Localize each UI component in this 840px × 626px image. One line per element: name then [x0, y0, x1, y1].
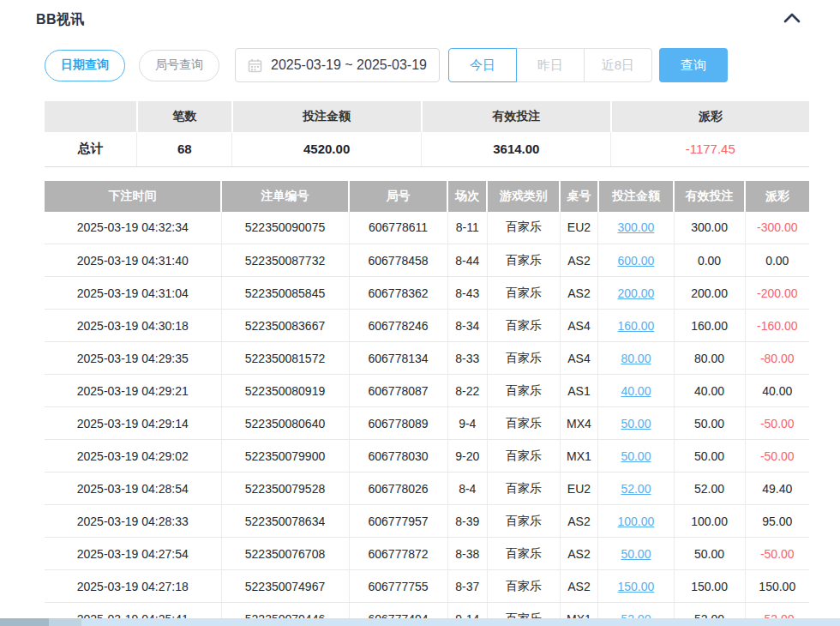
summary-header-payout: 派彩 [611, 101, 809, 132]
round-no-cell: 606778134 [349, 342, 447, 375]
order-no-cell: 522350074967 [221, 570, 349, 603]
bet-amount-link[interactable]: 50.00 [621, 449, 651, 463]
bet-time-cell: 2025-03-19 04:27:18 [45, 570, 221, 603]
round-no-cell: 606778089 [349, 407, 447, 440]
bet-amount-link[interactable]: 100.00 [618, 515, 655, 528]
panel-header: BB视讯 [0, 0, 840, 29]
session-cell: 8-34 [447, 310, 487, 342]
round-no-cell: 606777957 [349, 505, 447, 538]
table-row: 2025-03-19 04:29:21 522350080919 6067780… [45, 375, 809, 407]
game-type-cell: 百家乐 [487, 570, 560, 603]
game-type-cell: 百家乐 [487, 505, 560, 538]
game-type-cell: 百家乐 [487, 342, 560, 375]
horizontal-scrollbar[interactable] [0, 618, 840, 626]
table-no-cell: AS2 [560, 277, 598, 310]
bet-amount-cell: 600.00 [598, 244, 674, 277]
payout-cell: 0.00 [745, 244, 809, 277]
table-no-cell: AS4 [560, 310, 598, 342]
bet-time-cell: 2025-03-19 04:29:35 [45, 342, 221, 375]
quick-range-group: 今日 昨日 近8日 [448, 48, 652, 82]
summary-header-row: 笔数 投注金额 有效投注 派彩 [45, 101, 809, 132]
round-query-tab[interactable]: 局号查询 [139, 50, 219, 81]
session-cell: 8-33 [447, 342, 487, 375]
bet-amount-link[interactable]: 50.00 [621, 417, 651, 430]
game-type-cell: 百家乐 [487, 212, 560, 244]
order-no-cell: 522350081572 [221, 342, 349, 375]
valid-bet-cell: 80.00 [674, 342, 745, 375]
round-query-label: 局号查询 [155, 57, 203, 73]
bet-time-cell: 2025-03-19 04:27:54 [45, 538, 221, 570]
order-no-cell: 522350090075 [221, 212, 349, 244]
table-no-cell: AS1 [560, 375, 598, 407]
table-row: 2025-03-19 04:29:35 522350081572 6067781… [45, 342, 809, 375]
table-no-cell: MX1 [560, 440, 598, 473]
bet-amount-cell: 40.00 [598, 375, 674, 407]
payout-cell: 40.00 [745, 375, 809, 407]
detail-header-game-type: 游戏类别 [487, 181, 560, 212]
payout-cell: 49.40 [745, 473, 809, 505]
bet-amount-link[interactable]: 200.00 [618, 286, 655, 300]
bet-amount-cell: 100.00 [598, 505, 674, 538]
valid-bet-cell: 0.00 [674, 244, 745, 277]
table-no-cell: EU2 [560, 212, 598, 244]
game-type-cell: 百家乐 [487, 538, 560, 570]
bet-amount-link[interactable]: 40.00 [621, 384, 651, 398]
date-query-tab[interactable]: 日期查询 [45, 50, 125, 81]
bet-time-cell: 2025-03-19 04:29:02 [45, 440, 221, 473]
payout-cell: -50.00 [745, 538, 809, 570]
bet-time-cell: 2025-03-19 04:30:18 [45, 310, 221, 342]
today-label: 今日 [470, 57, 495, 74]
detail-header-row: 下注时间 注单编号 局号 场次 游戏类别 桌号 投注金额 有效投注 派彩 [45, 181, 809, 212]
bet-amount-link[interactable]: 80.00 [621, 352, 651, 365]
round-no-cell: 606778458 [349, 244, 447, 277]
detail-header-session: 场次 [447, 181, 487, 212]
summary-table: 笔数 投注金额 有效投注 派彩 总计 68 4520.00 3614.00 -1… [45, 101, 809, 167]
table-no-cell: AS4 [560, 342, 598, 375]
game-type-cell: 百家乐 [487, 473, 560, 505]
table-row: 2025-03-19 04:28:54 522350079528 6067780… [45, 473, 809, 505]
date-range-picker[interactable]: 2025-03-19 ~ 2025-03-19 [235, 48, 440, 82]
bet-amount-link[interactable]: 150.00 [618, 580, 655, 593]
bet-amount-link[interactable]: 300.00 [618, 220, 655, 234]
valid-bet-cell: 50.00 [674, 407, 745, 440]
table-row: 2025-03-19 04:31:04 522350085845 6067783… [45, 277, 809, 310]
valid-bet-cell: 52.00 [674, 473, 745, 505]
bet-time-cell: 2025-03-19 04:28:33 [45, 505, 221, 538]
payout-cell: -1177.45 [611, 132, 809, 166]
date-query-label: 日期查询 [61, 57, 109, 73]
table-row: 2025-03-19 04:30:18 522350083667 6067782… [45, 310, 809, 342]
today-button[interactable]: 今日 [448, 48, 517, 82]
summary-header-valid-bet: 有效投注 [422, 101, 611, 132]
search-button[interactable]: 查询 [659, 48, 728, 82]
detail-header-payout: 派彩 [745, 181, 809, 212]
valid-bet-cell: 150.00 [674, 570, 745, 603]
bet-amount-link[interactable]: 52.00 [621, 482, 651, 496]
table-no-cell: AS2 [560, 505, 598, 538]
game-type-cell: 百家乐 [487, 440, 560, 473]
game-type-cell: 百家乐 [487, 277, 560, 310]
yesterday-label: 昨日 [537, 57, 563, 74]
payout-cell: -50.00 [745, 440, 809, 473]
session-cell: 9-4 [447, 407, 487, 440]
yesterday-button[interactable]: 昨日 [516, 48, 585, 82]
order-no-cell: 522350079900 [221, 440, 349, 473]
valid-bet-cell: 100.00 [674, 505, 745, 538]
order-no-cell: 522350080640 [221, 407, 349, 440]
bet-amount-link[interactable]: 600.00 [618, 254, 655, 268]
round-no-cell: 606777755 [349, 570, 447, 603]
bet-amount-link[interactable]: 50.00 [621, 547, 651, 561]
last8days-button[interactable]: 近8日 [584, 48, 652, 82]
payout-cell: 95.00 [745, 505, 809, 538]
table-no-cell: AS2 [560, 244, 598, 277]
collapse-panel-button[interactable] [780, 10, 804, 29]
valid-bet-cell: 50.00 [674, 440, 745, 473]
table-row: 2025-03-19 04:28:33 522350078634 6067779… [45, 505, 809, 538]
table-no-cell: AS2 [560, 570, 598, 603]
bet-amount-cell: 300.00 [598, 212, 674, 244]
bet-amount-link[interactable]: 160.00 [618, 319, 655, 333]
table-no-cell: AS2 [560, 538, 598, 570]
scrollbar-thumb[interactable] [0, 618, 49, 626]
table-row: 2025-03-19 04:32:34 522350090075 6067786… [45, 212, 809, 244]
bet-amount-cell: 200.00 [598, 277, 674, 310]
payout-cell: -300.00 [745, 212, 809, 244]
